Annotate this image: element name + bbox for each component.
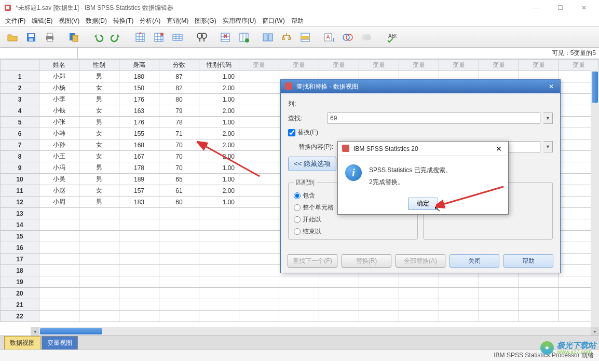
empty-cell[interactable]: [199, 231, 239, 242]
cell[interactable]: 1.00: [199, 174, 239, 185]
cell[interactable]: 176: [119, 117, 159, 128]
row-number[interactable]: 9: [1, 162, 39, 174]
undo-icon[interactable]: [89, 29, 106, 46]
variables-icon[interactable]: [169, 29, 186, 46]
empty-column-header[interactable]: 变量: [519, 60, 559, 71]
empty-column-header[interactable]: 变量: [559, 60, 599, 71]
cell[interactable]: 178: [119, 162, 159, 174]
empty-cell[interactable]: [119, 242, 159, 254]
empty-cell[interactable]: [279, 288, 319, 299]
empty-cell[interactable]: [359, 276, 399, 288]
empty-cell[interactable]: [239, 71, 279, 82]
empty-cell[interactable]: [519, 276, 559, 288]
cell[interactable]: 60: [159, 197, 199, 208]
empty-cell[interactable]: [199, 276, 239, 288]
insert-variable-icon[interactable]: [236, 29, 252, 46]
empty-cell[interactable]: [199, 254, 239, 265]
table-row[interactable]: 19: [1, 276, 599, 288]
empty-column-header[interactable]: 变量: [359, 60, 399, 71]
minimize-button[interactable]: ―: [524, 0, 548, 16]
row-number[interactable]: 15: [1, 231, 39, 242]
replace-dropdown-icon[interactable]: ▼: [543, 141, 553, 152]
empty-cell[interactable]: [159, 265, 199, 276]
empty-cell[interactable]: [79, 254, 119, 265]
empty-cell[interactable]: [119, 231, 159, 242]
empty-cell[interactable]: [359, 288, 399, 299]
cell[interactable]: 157: [119, 185, 159, 197]
row-number[interactable]: 21: [1, 299, 39, 311]
empty-column-header[interactable]: 变量: [439, 60, 479, 71]
empty-cell[interactable]: [79, 219, 119, 231]
row-number[interactable]: 11: [1, 185, 39, 197]
row-number[interactable]: 3: [1, 94, 39, 105]
empty-cell[interactable]: [239, 299, 279, 311]
grid-corner[interactable]: [1, 60, 39, 71]
cell[interactable]: 79: [159, 105, 199, 117]
cell[interactable]: 小张: [39, 117, 79, 128]
menu-direct[interactable]: 直销(M): [164, 16, 192, 26]
empty-cell[interactable]: [39, 276, 79, 288]
table-row[interactable]: 22: [1, 311, 599, 322]
cell[interactable]: 小周: [39, 197, 79, 208]
replace-all-button[interactable]: 全部替换(A): [396, 254, 445, 268]
row-number[interactable]: 12: [1, 197, 39, 208]
empty-cell[interactable]: [519, 311, 559, 322]
column-header[interactable]: 姓名: [39, 60, 79, 71]
row-number[interactable]: 10: [1, 174, 39, 185]
cell[interactable]: 小冯: [39, 162, 79, 174]
empty-column-header[interactable]: 变量: [279, 60, 319, 71]
cell[interactable]: 71: [159, 128, 199, 139]
empty-cell[interactable]: [239, 128, 279, 139]
cell[interactable]: 2.00: [199, 128, 239, 139]
empty-cell[interactable]: [119, 299, 159, 311]
recall-dialog-icon[interactable]: [65, 29, 82, 46]
cell[interactable]: 167: [119, 151, 159, 162]
cell[interactable]: 小韩: [39, 128, 79, 139]
cell[interactable]: 2.00: [199, 185, 239, 197]
cell[interactable]: 女: [79, 139, 119, 151]
cell[interactable]: 小孙: [39, 139, 79, 151]
close-button[interactable]: 关闭: [450, 254, 499, 268]
cell[interactable]: 男: [79, 71, 119, 82]
row-number[interactable]: 14: [1, 219, 39, 231]
empty-cell[interactable]: [239, 82, 279, 94]
empty-cell[interactable]: [239, 185, 279, 197]
empty-cell[interactable]: [439, 311, 479, 322]
find-dialog-titlebar[interactable]: 查找和替换 - 数据视图 ✕: [281, 80, 560, 93]
cell[interactable]: 男: [79, 94, 119, 105]
empty-cell[interactable]: [279, 299, 319, 311]
message-box-close-icon[interactable]: ✕: [494, 144, 504, 154]
select-cases-icon[interactable]: [297, 29, 314, 46]
empty-cell[interactable]: [479, 299, 519, 311]
cell[interactable]: 女: [79, 185, 119, 197]
empty-cell[interactable]: [519, 299, 559, 311]
find-dropdown-icon[interactable]: ▼: [543, 113, 553, 124]
empty-cell[interactable]: [319, 276, 359, 288]
menu-window[interactable]: 窗口(W): [259, 16, 288, 26]
match-ends-radio[interactable]: 结束以: [294, 227, 412, 236]
empty-cell[interactable]: [199, 265, 239, 276]
empty-cell[interactable]: [239, 231, 279, 242]
save-icon[interactable]: [23, 29, 39, 46]
cell[interactable]: 1.00: [199, 71, 239, 82]
find-dialog-close-icon[interactable]: ✕: [547, 82, 556, 91]
empty-cell[interactable]: [119, 311, 159, 322]
empty-cell[interactable]: [239, 197, 279, 208]
empty-column-header[interactable]: 变量: [239, 60, 279, 71]
empty-cell[interactable]: [199, 288, 239, 299]
menu-analyze[interactable]: 分析(A): [137, 16, 164, 26]
row-number[interactable]: 22: [1, 311, 39, 322]
empty-cell[interactable]: [239, 151, 279, 162]
cell[interactable]: 女: [79, 82, 119, 94]
goto-case-icon[interactable]: [132, 29, 148, 46]
row-number[interactable]: 4: [1, 105, 39, 117]
empty-cell[interactable]: [319, 311, 359, 322]
empty-cell[interactable]: [519, 288, 559, 299]
cell[interactable]: 女: [79, 105, 119, 117]
spellcheck-icon[interactable]: ABC: [382, 29, 399, 46]
cell[interactable]: 小吴: [39, 174, 79, 185]
menu-help[interactable]: 帮助: [288, 16, 307, 26]
column-header[interactable]: 分数: [159, 60, 199, 71]
empty-cell[interactable]: [319, 299, 359, 311]
ok-button[interactable]: 确定 ↖: [408, 198, 438, 210]
